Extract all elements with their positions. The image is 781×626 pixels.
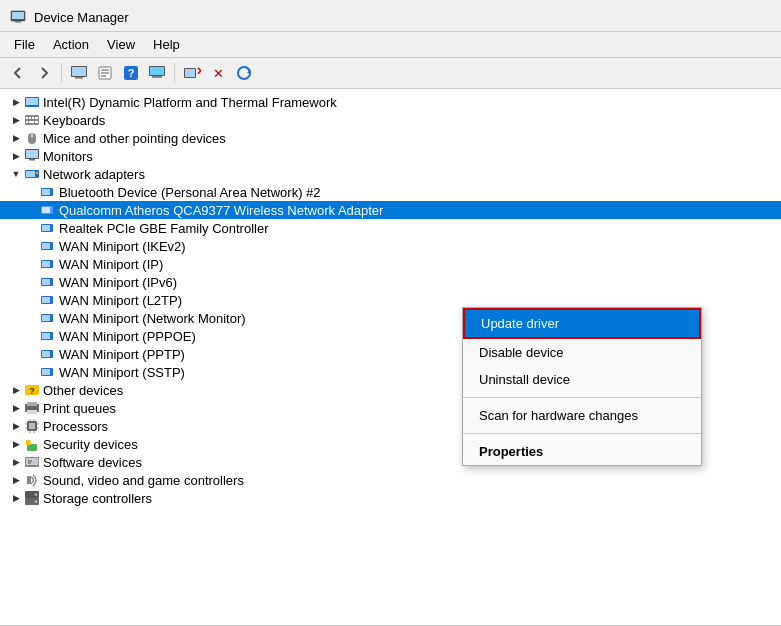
svg-rect-65	[27, 402, 37, 406]
expand-arrow-monitors[interactable]: ▶	[8, 151, 24, 161]
svg-rect-57	[42, 333, 50, 339]
menu-help[interactable]: Help	[145, 34, 188, 55]
scan-button[interactable]	[232, 61, 256, 85]
device-icon-qualcomm	[40, 202, 56, 218]
svg-rect-49	[42, 261, 50, 267]
device-icon-processors	[24, 418, 40, 434]
context-menu-properties[interactable]: Properties	[463, 438, 701, 465]
expand-arrow-print[interactable]: ▶	[8, 403, 24, 413]
tree-label-network: Network adapters	[43, 167, 145, 182]
svg-rect-84	[27, 476, 31, 484]
device-icon-mice	[24, 130, 40, 146]
svg-rect-38	[36, 172, 38, 174]
svg-rect-34	[26, 150, 38, 158]
tree-label-intel: Intel(R) Dynamic Platform and Thermal Fr…	[43, 95, 337, 110]
tree-item-intel[interactable]: ▶ Intel(R) Dynamic Platform and Thermal …	[0, 93, 781, 111]
view-button[interactable]	[145, 61, 169, 85]
tree-item-wan-ip[interactable]: ▶ WAN Miniport (IP)	[0, 255, 781, 273]
device-icon-keyboards	[24, 112, 40, 128]
tree-item-monitors[interactable]: ▶ Monitors	[0, 147, 781, 165]
expand-arrow-mice[interactable]: ▶	[8, 133, 24, 143]
tree-item-bluetooth[interactable]: ▶ Bluetooth Device (Personal Area Networ…	[0, 183, 781, 201]
expand-arrow-other[interactable]: ▶	[8, 385, 24, 395]
tree-item-qualcomm[interactable]: ▶ Qualcomm Atheros QCA9377 Wireless Netw…	[0, 201, 781, 219]
tree-item-network[interactable]: ▼ Network adapters	[0, 165, 781, 183]
tree-label-software: Software devices	[43, 455, 142, 470]
separator-2	[174, 63, 175, 83]
device-icon-intel	[24, 94, 40, 110]
svg-rect-39	[36, 175, 38, 176]
context-menu-update-driver[interactable]: Update driver	[463, 308, 701, 339]
tree-item-storage[interactable]: ▶ Storage controllers	[0, 489, 781, 507]
tree-label-qualcomm: Qualcomm Atheros QCA9377 Wireless Networ…	[59, 203, 383, 218]
main-content: ▶ Intel(R) Dynamic Platform and Thermal …	[0, 89, 781, 625]
context-menu-uninstall-device[interactable]: Uninstall device	[463, 366, 701, 393]
svg-rect-5	[75, 77, 83, 79]
title-bar-text: Device Manager	[34, 10, 129, 25]
svg-rect-16	[185, 69, 195, 77]
svg-rect-1	[12, 12, 24, 19]
context-menu-scan-hardware[interactable]: Scan for hardware changes	[463, 402, 701, 429]
computer-button[interactable]	[67, 61, 91, 85]
svg-rect-13	[150, 67, 164, 75]
expand-arrow-software[interactable]: ▶	[8, 457, 24, 467]
svg-rect-4	[72, 67, 86, 76]
tree-label-sound: Sound, video and game controllers	[43, 473, 244, 488]
tree-label-wan-pppoe: WAN Miniport (PPPOE)	[59, 329, 196, 344]
tree-label-monitors: Monitors	[43, 149, 93, 164]
toolbar: ? ✕ ✕	[0, 58, 781, 89]
context-menu-disable-device[interactable]: Disable device	[463, 339, 701, 366]
svg-rect-41	[42, 189, 50, 195]
title-bar: Device Manager	[0, 0, 781, 32]
tree-item-mice[interactable]: ▶ Mice and other pointing devices	[0, 129, 781, 147]
expand-arrow-processors[interactable]: ▶	[8, 421, 24, 431]
tree-label-realtek: Realtek PCIe GBE Family Controller	[59, 221, 269, 236]
svg-rect-29	[29, 121, 34, 123]
menu-file[interactable]: File	[6, 34, 43, 55]
svg-rect-30	[35, 121, 38, 123]
device-icon-network	[24, 166, 40, 182]
svg-rect-61	[42, 369, 50, 375]
svg-rect-27	[35, 117, 38, 119]
device-icon-wan-pptp	[40, 346, 56, 362]
expand-arrow-storage[interactable]: ▶	[8, 493, 24, 503]
properties-button[interactable]	[93, 61, 117, 85]
tree-item-realtek[interactable]: ▶ Realtek PCIe GBE Family Controller	[0, 219, 781, 237]
device-icon-software	[24, 454, 40, 470]
tree-label-wan-pptp: WAN Miniport (PPTP)	[59, 347, 185, 362]
context-menu-separator-2	[463, 433, 701, 434]
tree-label-wan-l2tp: WAN Miniport (L2TP)	[59, 293, 182, 308]
svg-rect-55	[42, 315, 50, 321]
tree-label-mice: Mice and other pointing devices	[43, 131, 226, 146]
tree-item-wan-ikev2[interactable]: ▶ WAN Miniport (IKEv2)	[0, 237, 781, 255]
menu-view[interactable]: View	[99, 34, 143, 55]
device-icon-print	[24, 400, 40, 416]
tree-label-wan-sstp: WAN Miniport (SSTP)	[59, 365, 185, 380]
svg-rect-14	[152, 76, 162, 78]
svg-rect-68	[29, 423, 35, 429]
expand-arrow-sound[interactable]: ▶	[8, 475, 24, 485]
svg-rect-22	[26, 98, 38, 105]
tree-label-wan-netmon: WAN Miniport (Network Monitor)	[59, 311, 246, 326]
svg-text:?: ?	[128, 67, 135, 79]
expand-arrow-network[interactable]: ▼	[8, 169, 24, 179]
device-icon-wan-sstp	[40, 364, 56, 380]
help-button[interactable]: ?	[119, 61, 143, 85]
back-button[interactable]	[6, 61, 30, 85]
add-device-button[interactable]: ✕	[180, 61, 204, 85]
expand-arrow-security[interactable]: ▶	[8, 439, 24, 449]
tree-item-wan-ipv6[interactable]: ▶ WAN Miniport (IPv6)	[0, 273, 781, 291]
svg-rect-28	[26, 121, 28, 123]
svg-rect-53	[42, 297, 50, 303]
tree-item-keyboards[interactable]: ▶ Keyboards	[0, 111, 781, 129]
forward-button[interactable]	[32, 61, 56, 85]
svg-text:?: ?	[29, 386, 35, 396]
tree-label-security: Security devices	[43, 437, 138, 452]
menu-action[interactable]: Action	[45, 34, 97, 55]
expand-arrow-intel[interactable]: ▶	[8, 97, 24, 107]
device-icon-wan-l2tp	[40, 292, 56, 308]
tree-item-sound[interactable]: ▶ Sound, video and game controllers	[0, 471, 781, 489]
remove-button[interactable]: ✕	[206, 61, 230, 85]
tree-label-processors: Processors	[43, 419, 108, 434]
expand-arrow-keyboards[interactable]: ▶	[8, 115, 24, 125]
